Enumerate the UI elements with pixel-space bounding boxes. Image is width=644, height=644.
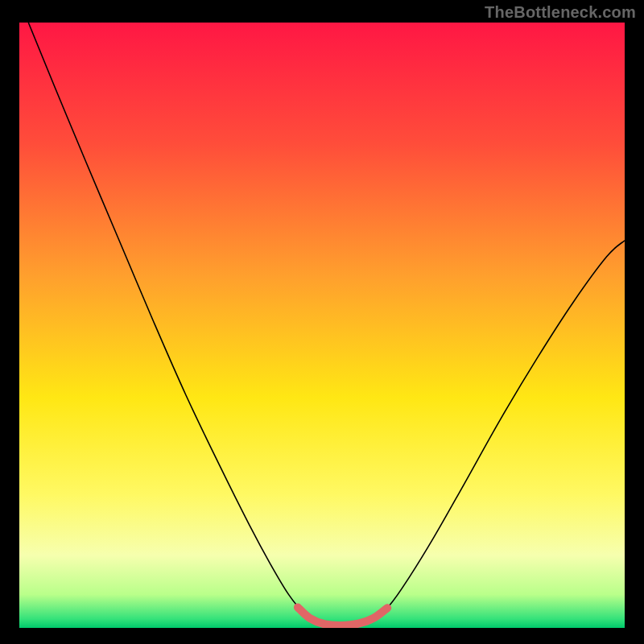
chart-background (19, 23, 625, 628)
watermark-text: TheBottleneck.com (485, 3, 636, 22)
bottleneck-chart (19, 23, 625, 628)
chart-frame: TheBottleneck.com (0, 0, 644, 644)
